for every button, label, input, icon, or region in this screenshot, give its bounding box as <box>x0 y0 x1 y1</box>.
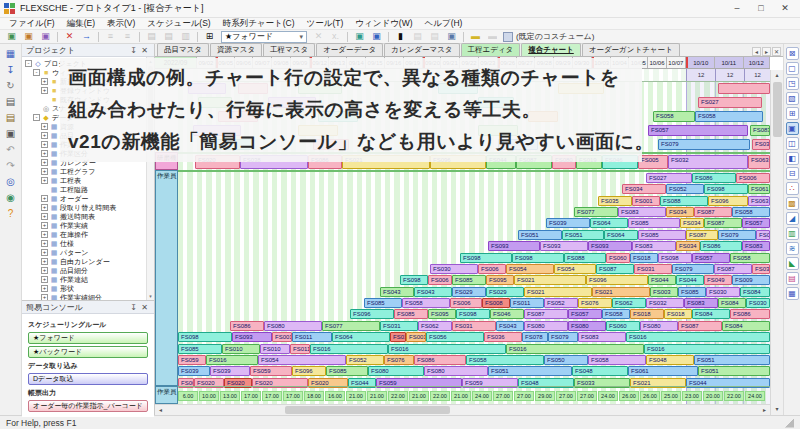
gantt-bar-fs058[interactable]: FS058 <box>602 309 630 319</box>
tree-item-19[interactable]: +▦在庫操作 <box>25 230 146 239</box>
gantt-bar-fs016[interactable]: FS016 <box>310 344 388 354</box>
gantt-bar-fs083[interactable]: FS083 <box>618 207 666 217</box>
clear-schedule-icon[interactable]: ✕ <box>62 31 77 43</box>
tab-close-button[interactable]: ✕ <box>772 47 781 56</box>
close-button[interactable]: ✕ <box>774 1 796 16</box>
row-label-worker[interactable]: 作業員 <box>155 170 178 386</box>
gantt-bar-fs062[interactable]: FS062 <box>612 298 646 308</box>
gantt-bar-fs080[interactable]: FS080 <box>368 366 424 376</box>
pin-icon[interactable]: ↧ <box>128 46 139 55</box>
gantt-bar-fs009[interactable]: FS009 <box>732 275 770 285</box>
gantt-bar-fs018[interactable]: FS018 <box>664 309 692 319</box>
gantt-bar-fs027[interactable]: FS027 <box>698 97 762 108</box>
gantt-bar-fs083[interactable]: FS083 <box>632 241 676 251</box>
gantt-bar-fs057[interactable]: FS057 <box>742 218 770 228</box>
gantt-bar-fs048[interactable]: FS048 <box>646 355 694 365</box>
gantt-bar-fs006[interactable]: FS006 <box>478 264 506 274</box>
gantt-bar-fs086[interactable]: FS086 <box>730 309 770 319</box>
gantt-bar-fs018[interactable]: FS018 <box>630 309 664 319</box>
gantt-bar-fs080[interactable]: FS080 <box>524 321 568 331</box>
select-region-icon[interactable]: ▧ <box>786 92 799 105</box>
tree-expand-icon[interactable]: + <box>41 132 48 139</box>
tree-expand-icon[interactable]: + <box>41 294 48 300</box>
gantt-bar-fs011[interactable]: FS011 <box>510 298 544 308</box>
menu-item-0[interactable]: ファイル(F) <box>3 18 61 30</box>
scheduling-rule-select[interactable]: ★フォワード▾ <box>221 31 307 43</box>
gantt-bar-fs034[interactable]: FS034 <box>680 218 704 228</box>
gantt-bar-fs051[interactable]: FS051 <box>562 230 604 240</box>
gantt-bar-fs086[interactable]: FS086 <box>230 321 264 331</box>
gantt-bar-fs011[interactable]: FS011 <box>290 344 310 354</box>
gantt-bar-fs080[interactable]: FS080 <box>264 321 322 331</box>
tab-1[interactable]: 資源マスタ <box>210 43 262 56</box>
gantt-bar-fs093[interactable]: FS093 <box>588 241 632 251</box>
gantt-bar-fs016[interactable]: FS016 <box>506 344 644 354</box>
gantt-bar-fs021[interactable]: FS021 <box>592 287 650 297</box>
print-settings-icon[interactable]: ▤ <box>2 110 19 125</box>
tile-grid-icon[interactable]: ⊞ <box>786 107 799 120</box>
gantt-bar-fs063[interactable]: FS063 <box>756 230 770 240</box>
gantt-bar-fs044[interactable]: FS044 <box>676 275 704 285</box>
gantt-bar-fs087[interactable]: FS087 <box>686 230 718 240</box>
gantt-bar-fs021[interactable]: FS021 <box>524 287 592 297</box>
peak-chart-icon[interactable]: ◣ <box>786 257 799 270</box>
gantt-bar-fs043[interactable]: FS043 <box>414 287 452 297</box>
gantt-bar-fs064[interactable]: FS064 <box>590 218 628 228</box>
restore-window-icon[interactable]: ▢ <box>786 62 799 75</box>
gantt-bar-fs031[interactable]: FS031 <box>634 264 672 274</box>
table-chart-icon[interactable]: ▦ <box>786 287 799 300</box>
gantt-bar-fs080[interactable]: FS080 <box>568 321 606 331</box>
menu-item-7[interactable]: ヘルプ(H) <box>419 18 469 30</box>
tree-expand-icon[interactable]: - <box>33 114 40 121</box>
gantt-bar-fs062[interactable]: FS062 <box>418 321 452 331</box>
gantt-bar-fs034[interactable]: FS034 <box>676 241 700 251</box>
gantt-bar-fs059[interactable]: FS059 <box>178 355 206 365</box>
gantt-bar-fs006[interactable]: FS006 <box>450 298 482 308</box>
gantt-bar-fs003[interactable]: FS003 <box>650 287 678 297</box>
menu-item-5[interactable]: ツール(T) <box>301 18 350 30</box>
gantt-bar-fs034[interactable]: FS034 <box>752 139 770 150</box>
gantt-bar-fs005[interactable]: FS005 <box>638 155 668 169</box>
tree-expand-icon[interactable]: + <box>41 195 48 202</box>
tab-scroll-left-button[interactable]: ◂ <box>752 47 761 56</box>
gantt-bar-fs011[interactable]: FS011 <box>292 332 332 342</box>
gantt-bar-fs043[interactable]: FS043 <box>380 287 414 297</box>
gantt-bar-fs048[interactable]: FS048 <box>572 366 628 376</box>
minimize-button[interactable]: – <box>726 1 748 16</box>
tree-expand-icon[interactable]: + <box>41 285 48 292</box>
gantt-bar-fs084[interactable]: FS084 <box>718 298 746 308</box>
zoom-icon[interactable]: ◎ <box>2 174 19 189</box>
gantt-bar-fs098[interactable]: FS098 <box>658 253 692 263</box>
costume-select[interactable]: (既定のコスチューム) <box>503 31 594 42</box>
gantt-bar-fs044[interactable]: FS044 <box>648 275 676 285</box>
gantt-bar-fs029[interactable]: FS029 <box>452 287 486 297</box>
gantt-bar-fs016[interactable]: FS016 <box>388 344 506 354</box>
save-project-icon[interactable]: ▣ <box>38 31 53 43</box>
gantt-bar-fs057[interactable]: FS057 <box>648 125 748 136</box>
gantt-bar-fs083[interactable]: FS083 <box>750 125 770 136</box>
scroll-up-icon[interactable]: ▴ <box>771 70 783 81</box>
scroll-right-icon[interactable]: ▸ <box>759 405 770 415</box>
gantt-bar-fs085[interactable]: FS085 <box>394 309 428 319</box>
refresh-icon[interactable]: ↻ <box>2 78 19 93</box>
tree-expand-icon[interactable]: + <box>41 267 48 274</box>
tree-expand-icon[interactable]: + <box>41 222 48 229</box>
gantt-bar-fs035[interactable]: FS035 <box>598 196 632 206</box>
gantt-bar-fs051[interactable]: FS051 <box>698 366 770 376</box>
line-chart-icon[interactable]: ≋ <box>786 242 799 255</box>
scroll-thumb[interactable] <box>285 406 450 414</box>
tree-expand-icon[interactable]: + <box>41 168 48 175</box>
gantt-bar-fs096[interactable]: FS096 <box>350 309 394 319</box>
gantt-bar-fs093[interactable]: FS093 <box>540 241 588 251</box>
tab-5[interactable]: 工程エディタ <box>461 43 521 56</box>
gantt-bar-fs085[interactable]: FS085 <box>628 218 680 228</box>
tree-expand-icon[interactable]: + <box>41 249 48 256</box>
gantt-bar-fs064[interactable]: FS064 <box>332 332 390 342</box>
tree-expand-icon[interactable]: + <box>41 123 48 130</box>
gantt-bar-fs087[interactable]: FS087 <box>524 309 568 319</box>
gantt-bar-fs001[interactable]: FS001 <box>632 196 660 206</box>
gantt-bar-fs034[interactable]: FS034 <box>666 207 694 217</box>
scroll-thumb[interactable] <box>773 82 782 137</box>
gantt-bar-fs058[interactable]: FS058 <box>732 207 770 217</box>
gantt-bar-fs076[interactable]: FS076 <box>578 298 612 308</box>
